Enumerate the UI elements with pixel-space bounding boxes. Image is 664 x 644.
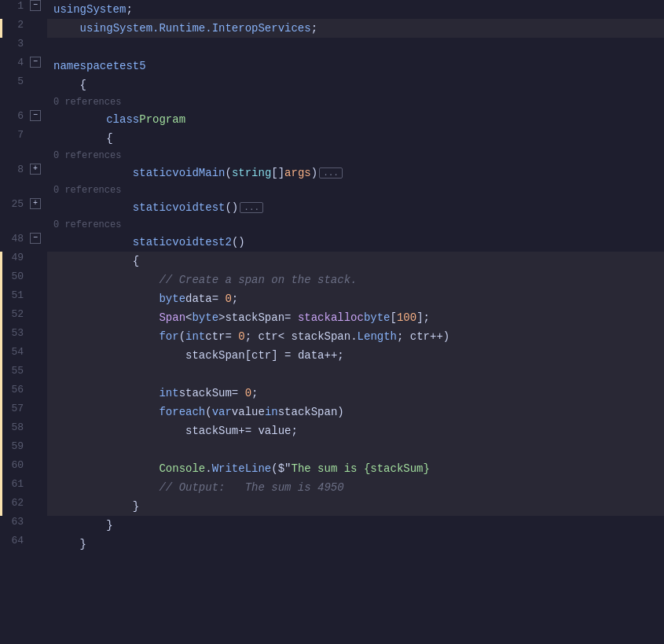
line-number: 5: [0, 75, 30, 94]
line-number: 57: [0, 403, 30, 421]
gutter-row: 48 −: [0, 233, 47, 252]
line-number: 62: [0, 497, 30, 516]
line-number: 64: [0, 535, 30, 554]
code-line: static void test2(): [47, 233, 664, 252]
code-line: foreach (var value in stackSpan): [47, 403, 664, 421]
gutter-row: 50: [0, 270, 47, 289]
line-number: 56: [0, 384, 30, 403]
fold-button[interactable]: −: [30, 110, 41, 121]
code-area: using System; using System.Runtime.Inter…: [47, 0, 664, 644]
code-line: // Output: The sum is 4950: [47, 478, 664, 497]
line-number: 63: [0, 516, 30, 535]
line-number: 8: [0, 164, 30, 182]
line-number: 4: [0, 57, 30, 75]
gutter-row: 53: [0, 327, 47, 346]
ref-hint-line: 0 references: [47, 148, 664, 164]
line-number: 48: [0, 233, 30, 252]
gutter-row: 49: [0, 252, 47, 270]
code-line: static void Main(string[] args)...: [47, 164, 664, 182]
gutter-row: 56: [0, 384, 47, 403]
code-line: {: [47, 129, 664, 148]
line-number: 49: [0, 252, 30, 270]
code-line: [47, 365, 664, 384]
line-number: 1: [0, 0, 30, 19]
gutter-row: 55: [0, 365, 47, 384]
ref-hint-line: 0 references: [47, 217, 664, 233]
line-number: 2: [0, 19, 30, 38]
code-line: }: [47, 497, 664, 516]
line-number: 55: [0, 365, 30, 384]
fold-button[interactable]: +: [30, 164, 41, 175]
gutter-row: 58: [0, 421, 47, 440]
ref-hint-line: 0 references: [47, 182, 664, 198]
code-line: {: [47, 252, 664, 270]
gutter-row: 1 −: [0, 0, 47, 19]
code-line: Console.WriteLine($"The sum is {stackSum…: [47, 459, 664, 478]
code-lines: using System; using System.Runtime.Inter…: [47, 0, 664, 554]
gutter-row: 57: [0, 403, 47, 421]
code-line: stackSpan[ctr] = data++;: [47, 346, 664, 365]
ref-hint-gutter: [0, 148, 47, 164]
code-line: using System.Runtime.InteropServices;: [47, 19, 664, 38]
gutter-row: 8 +: [0, 164, 47, 182]
gutter-row: 64: [0, 535, 47, 554]
code-line: int stackSum = 0;: [47, 384, 664, 403]
gutter-row: 2: [0, 19, 47, 38]
line-number: 60: [0, 459, 30, 478]
code-line: }: [47, 516, 664, 535]
gutter-row: 62: [0, 497, 47, 516]
code-line: // Create a span on the stack.: [47, 270, 664, 289]
gutter-row: 6 −: [0, 110, 47, 129]
ref-hint-gutter: [0, 217, 47, 233]
line-number: 50: [0, 270, 30, 289]
gutter-row: 7: [0, 129, 47, 148]
gutter-row: 61: [0, 478, 47, 497]
code-line: class Program: [47, 110, 664, 129]
gutter-row: 63: [0, 516, 47, 535]
code-line: namespace test5: [47, 57, 664, 75]
code-line: {: [47, 75, 664, 94]
code-line: byte data = 0;: [47, 289, 664, 308]
line-number: 59: [0, 440, 30, 459]
line-number: 3: [0, 38, 30, 57]
fold-button[interactable]: −: [30, 57, 41, 68]
gutter-row: 4 −: [0, 57, 47, 75]
code-line: }: [47, 535, 664, 554]
ref-hint-gutter: [0, 94, 47, 110]
line-number: 51: [0, 289, 30, 308]
code-line: using System;: [47, 0, 664, 19]
line-number: 6: [0, 110, 30, 129]
code-line: static void test()...: [47, 198, 664, 217]
ref-hint-line: 0 references: [47, 94, 664, 110]
code-line: [47, 38, 664, 57]
line-number: 7: [0, 129, 30, 148]
gutter-row: 60: [0, 459, 47, 478]
line-number: 61: [0, 478, 30, 497]
fold-button[interactable]: −: [30, 233, 41, 244]
code-line: for (int ctr = 0; ctr < stackSpan.Length…: [47, 327, 664, 346]
code-line: stackSum += value;: [47, 421, 664, 440]
fold-button[interactable]: −: [30, 0, 41, 11]
fold-button[interactable]: +: [30, 198, 41, 209]
line-number: 58: [0, 421, 30, 440]
gutter-row: 51: [0, 289, 47, 308]
gutter-row: 52: [0, 308, 47, 327]
gutter: 1 − 2 3 4 − 5: [0, 0, 47, 644]
gutter-row: 25 +: [0, 198, 47, 217]
code-editor: 1 − 2 3 4 − 5: [0, 0, 664, 644]
gutter-row: 54: [0, 346, 47, 365]
line-number: 53: [0, 327, 30, 346]
line-number: 25: [0, 198, 30, 217]
code-line: Span<byte> stackSpan = stackalloc byte[1…: [47, 308, 664, 327]
gutter-row: 5: [0, 75, 47, 94]
line-number: 52: [0, 308, 30, 327]
code-line: [47, 440, 664, 459]
ref-hint-gutter: [0, 182, 47, 198]
line-number: 54: [0, 346, 30, 365]
gutter-row: 59: [0, 440, 47, 459]
gutter-row: 3: [0, 38, 47, 57]
